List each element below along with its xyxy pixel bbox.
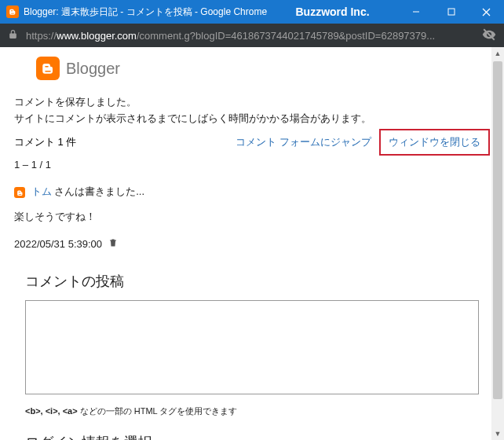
- url-path: /comment.g?blogID=4618673744021745789&po…: [137, 30, 435, 42]
- address-bar[interactable]: https://www.blogger.com/comment.g?blogID…: [0, 24, 504, 47]
- lock-icon: [8, 29, 18, 42]
- close-button[interactable]: [469, 0, 504, 24]
- login-heading: ログイン情報を選択: [25, 433, 479, 440]
- minimize-button[interactable]: [398, 0, 433, 24]
- comment-textarea[interactable]: [25, 300, 479, 394]
- svg-rect-1: [448, 9, 455, 15]
- wrote-label: さんは書きました...: [52, 185, 144, 197]
- scroll-up-arrow-icon[interactable]: ▲: [491, 47, 504, 60]
- scrollbar-thumb[interactable]: [493, 61, 502, 399]
- close-window-link[interactable]: ウィンドウを閉じる: [379, 129, 490, 156]
- company-label: Buzzword Inc.: [267, 6, 398, 18]
- window-titlebar: Blogger: 週末散歩日記 - コメントを投稿 - Google Chrom…: [0, 0, 504, 24]
- comment-timestamp: 2022/05/31 5:39:00: [14, 238, 102, 250]
- blogger-mini-icon: [14, 187, 25, 198]
- jump-to-form-link[interactable]: コメント フォームにジャンプ: [236, 135, 371, 149]
- blogger-favicon: [6, 6, 19, 18]
- page-content: Blogger コメントを保存しました。 サイトにコメントが表示されるまでにしば…: [0, 47, 504, 440]
- comment-range: 1 – 1 / 1: [14, 159, 490, 170]
- html-hint: <b>, <i>, <a> などの一部の HTML タグを使用できます: [25, 405, 479, 417]
- window-controls: [398, 0, 504, 24]
- hint-rest: などの一部の HTML タグを使用できます: [78, 406, 238, 416]
- comment-count: コメント 1 件: [14, 135, 76, 149]
- vertical-scrollbar[interactable]: ▲ ▼: [491, 47, 504, 440]
- post-comment-heading: コメントの投稿: [25, 272, 479, 291]
- saved-message: コメントを保存しました。: [14, 94, 490, 111]
- url-host: www.blogger.com: [57, 30, 137, 42]
- url-text: https://www.blogger.com/comment.g?blogID…: [26, 30, 476, 42]
- hint-tags: <b>, <i>, <a>: [25, 406, 78, 416]
- blogger-header: Blogger: [14, 57, 490, 80]
- comment-body: 楽しそうですね！: [14, 210, 490, 224]
- maximize-button[interactable]: [433, 0, 469, 24]
- blogger-wordmark: Blogger: [66, 60, 120, 78]
- delay-message: サイトにコメントが表示されるまでにしばらく時間がかかる場合があります。: [14, 111, 490, 127]
- url-scheme: https://: [26, 30, 57, 42]
- window-title: Blogger: 週末散歩日記 - コメントを投稿 - Google Chrom…: [24, 6, 267, 19]
- delete-comment-icon[interactable]: [108, 238, 118, 250]
- scroll-down-arrow-icon[interactable]: ▼: [491, 427, 504, 440]
- comment-item: トム さんは書きました... 楽しそうですね！ 2022/05/31 5:39:…: [14, 185, 490, 250]
- comment-author-link[interactable]: トム: [31, 185, 52, 197]
- incognito-eye-icon[interactable]: [482, 28, 496, 44]
- blogger-logo-icon: [36, 57, 60, 80]
